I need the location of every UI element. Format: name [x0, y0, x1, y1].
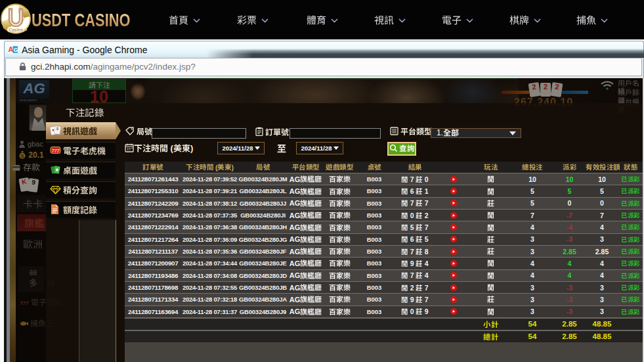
svg-text:G: G	[14, 47, 18, 53]
svg-text:777: 777	[52, 148, 60, 153]
svg-text:Casino: Casino	[9, 28, 24, 32]
svg-text:A: A	[8, 45, 13, 53]
